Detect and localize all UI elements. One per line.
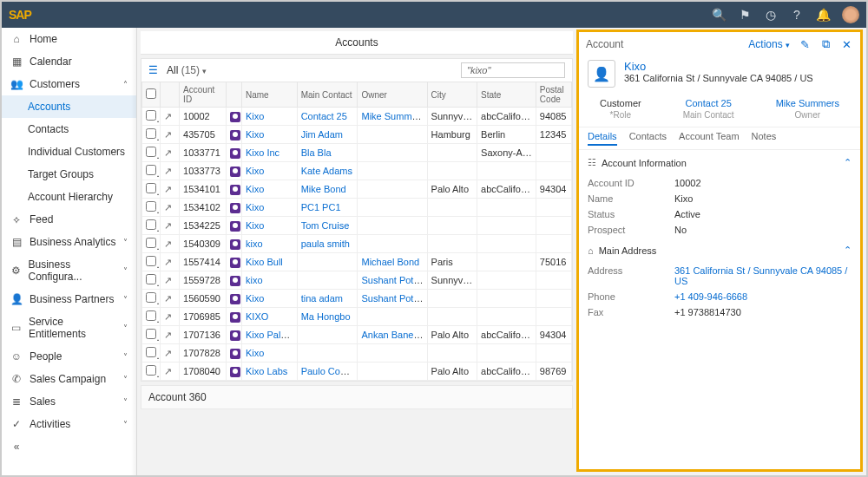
search-icon[interactable]: 🔍: [712, 8, 726, 22]
account-name[interactable]: Kixo: [624, 60, 813, 73]
sidebar-subitem[interactable]: Target Groups: [2, 163, 136, 186]
open-row-icon[interactable]: ↗: [164, 348, 172, 358]
open-row-icon[interactable]: ↗: [164, 238, 172, 249]
user-avatar[interactable]: [842, 6, 859, 23]
column-header[interactable]: Postal Code: [536, 82, 571, 108]
open-row-icon[interactable]: ↗: [164, 147, 172, 158]
row-checkbox[interactable]: [146, 165, 156, 175]
sidebar-item[interactable]: ⟡Feed: [2, 208, 136, 231]
sidebar-item[interactable]: ⚙Business Configura...˅: [2, 253, 136, 288]
cell-main-contact[interactable]: Mike Bond: [301, 184, 346, 194]
table-row[interactable]: ↗1033773KixoKate Adams: [142, 162, 572, 180]
cell-name[interactable]: Kixo: [246, 220, 264, 231]
flag-icon[interactable]: ⚑: [738, 8, 752, 22]
actions-menu[interactable]: Actions ▾: [748, 38, 790, 50]
column-header[interactable]: [160, 82, 180, 108]
column-header[interactable]: State: [477, 82, 536, 108]
table-row[interactable]: ↗1707136Kixo Palo ...Ankan BanerjeePalo …: [142, 326, 572, 344]
detail-tab[interactable]: Notes: [752, 131, 777, 146]
settings-icon[interactable]: ☰: [148, 64, 158, 76]
column-header[interactable]: Main Contact: [297, 82, 358, 108]
cell-main-contact[interactable]: Bla Bla: [301, 147, 332, 158]
table-row[interactable]: ↗1534101KixoMike BondPalo AltoabcCalifor…: [142, 180, 572, 199]
cell-name[interactable]: KIXO: [246, 311, 268, 322]
cell-main-contact[interactable]: Contact 25: [301, 111, 347, 121]
open-row-icon[interactable]: ↗: [164, 184, 172, 194]
cell-name[interactable]: Kixo: [246, 129, 264, 140]
open-row-icon[interactable]: ↗: [164, 257, 172, 267]
table-row[interactable]: ↗1707828Kixo: [142, 344, 572, 363]
row-checkbox[interactable]: [146, 219, 156, 230]
collapse-sidebar[interactable]: «: [2, 435, 136, 458]
table-row[interactable]: ↗1534225KixoTom Cruise: [142, 217, 572, 235]
column-header[interactable]: Name: [241, 82, 297, 108]
cell-main-contact[interactable]: PC1 PC1: [301, 202, 341, 212]
cell-owner[interactable]: Ankan Banerjee: [361, 330, 427, 340]
table-row[interactable]: ↗1540309kixopaula smith: [142, 235, 572, 253]
cell-owner[interactable]: Michael Bond: [361, 257, 419, 267]
open-row-icon[interactable]: ↗: [164, 166, 172, 176]
cell-name[interactable]: Kixo Labs: [246, 366, 287, 376]
cell-main-contact[interactable]: Jim Adam: [301, 129, 343, 140]
field-value[interactable]: 361 California St / Sunnyvale CA 94085 /…: [674, 265, 852, 286]
header-facet[interactable]: Contact 25Main Contact: [683, 98, 734, 120]
close-icon[interactable]: ✕: [840, 38, 853, 51]
detail-tab[interactable]: Account Team: [679, 131, 740, 146]
cell-name[interactable]: kixo: [246, 275, 263, 285]
open-row-icon[interactable]: ↗: [164, 129, 172, 140]
sidebar-item[interactable]: ▦Calendar: [2, 50, 136, 73]
cell-name[interactable]: Kixo Bull: [246, 257, 283, 267]
detail-tab[interactable]: Details: [588, 131, 617, 146]
table-row[interactable]: ↗1557414Kixo BullMichael BondParis75016: [142, 253, 572, 271]
sidebar-item[interactable]: ⌂Home: [2, 28, 136, 50]
open-row-icon[interactable]: ↗: [164, 293, 172, 304]
open-row-icon[interactable]: ↗: [164, 111, 172, 121]
chevron-up-icon[interactable]: ⌃: [844, 157, 852, 168]
detail-tab[interactable]: Contacts: [629, 131, 667, 146]
notification-icon[interactable]: 🔔: [816, 8, 830, 22]
sidebar-item[interactable]: ✆Sales Campaign˅: [2, 368, 136, 390]
cell-name[interactable]: kixo: [246, 238, 263, 249]
open-icon[interactable]: ⧉: [820, 37, 832, 51]
table-row[interactable]: ↗435705KixoJim AdamHamburgBerlin12345: [142, 126, 572, 144]
sidebar-subitem[interactable]: Contacts: [2, 118, 136, 140]
cell-owner[interactable]: Sushant Potdar: [361, 293, 427, 304]
table-row[interactable]: ↗1708040Kixo LabsPaulo CoelhoPalo Altoab…: [142, 363, 572, 381]
open-row-icon[interactable]: ↗: [164, 311, 172, 322]
column-header[interactable]: City: [427, 82, 477, 108]
search-input[interactable]: [461, 62, 565, 78]
cell-name[interactable]: Kixo: [246, 184, 264, 194]
cell-main-contact[interactable]: paula smith: [301, 238, 350, 249]
cell-name[interactable]: Kixo: [246, 166, 264, 176]
cell-main-contact[interactable]: Paulo Coelho: [301, 366, 358, 376]
row-checkbox[interactable]: [146, 147, 156, 157]
field-value[interactable]: +1 409-946-6668: [674, 291, 852, 302]
section-account-info[interactable]: ☷ Account Information ⌃: [579, 150, 860, 175]
row-checkbox[interactable]: [146, 310, 156, 321]
cell-name[interactable]: Kixo Palo ...: [246, 330, 297, 340]
open-row-icon[interactable]: ↗: [164, 202, 172, 212]
sidebar-subitem[interactable]: Individual Customers: [2, 140, 136, 163]
table-row[interactable]: ↗1560590Kixotina adamSushant Potdar: [142, 290, 572, 308]
open-row-icon[interactable]: ↗: [164, 330, 172, 340]
cell-main-contact[interactable]: Kate Adams: [301, 166, 352, 176]
cell-name[interactable]: Kixo: [246, 293, 264, 304]
column-header[interactable]: Owner: [358, 82, 427, 108]
column-header[interactable]: Account ID: [180, 82, 226, 108]
row-checkbox[interactable]: [146, 256, 156, 266]
column-header[interactable]: [226, 82, 241, 108]
cell-main-contact[interactable]: Tom Cruise: [301, 220, 350, 231]
row-checkbox[interactable]: [146, 347, 156, 357]
table-row[interactable]: ↗10002KixoContact 25Mike SummersSunnyval…: [142, 108, 572, 126]
cell-main-contact[interactable]: tina adam: [301, 293, 343, 304]
sidebar-item[interactable]: 👤Business Partners˅: [2, 288, 136, 310]
sidebar-subitem[interactable]: Accounts: [2, 95, 136, 118]
sidebar-item[interactable]: ▤Business Analytics˅: [2, 231, 136, 253]
sidebar-item[interactable]: ✓Activities˅: [2, 413, 136, 435]
cell-owner[interactable]: Mike Summers: [361, 111, 424, 121]
sidebar-item[interactable]: ☺People˅: [2, 345, 136, 368]
sidebar-item[interactable]: ▭Service Entitlements˅: [2, 310, 136, 345]
open-row-icon[interactable]: ↗: [164, 275, 172, 285]
section-main-address[interactable]: ⌂ Main Address ⌃: [579, 238, 860, 263]
row-checkbox[interactable]: [146, 365, 156, 376]
